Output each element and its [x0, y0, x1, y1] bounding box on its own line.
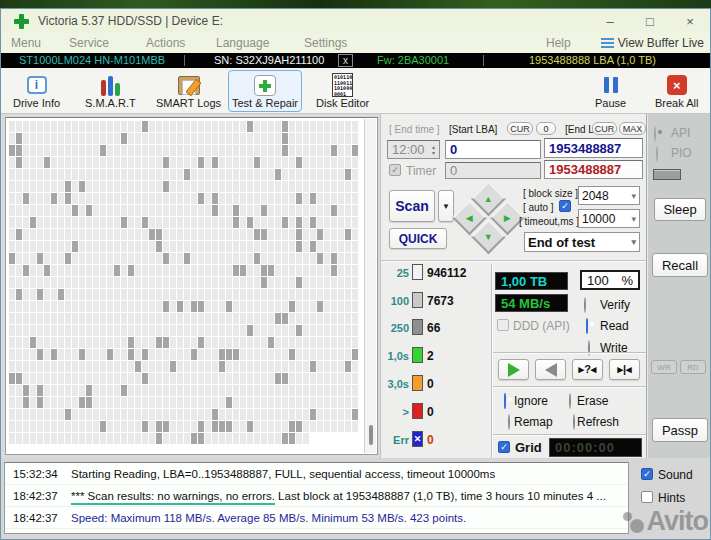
- scan-block: [44, 169, 50, 180]
- auto-checkbox[interactable]: ✓: [559, 200, 571, 212]
- menu-item-menu[interactable]: Menu: [11, 36, 41, 50]
- remap-radio[interactable]: [508, 414, 510, 430]
- scan-block: [44, 145, 50, 156]
- hints-checkbox[interactable]: [641, 491, 653, 503]
- scan-block: [135, 121, 141, 132]
- scan-block: [282, 145, 288, 156]
- scan-block: [352, 313, 358, 324]
- wr-button[interactable]: WR: [651, 360, 677, 374]
- scan-block: [72, 121, 78, 132]
- scan-block: [296, 277, 302, 288]
- scan-block: [44, 385, 50, 396]
- drive-info-button[interactable]: i Drive Info: [9, 70, 64, 112]
- smart-logs-button[interactable]: SMART Logs: [152, 70, 225, 112]
- block-size-select[interactable]: 2048▾: [578, 186, 640, 205]
- break-all-button[interactable]: × Break All: [651, 70, 702, 112]
- scan-block: [170, 409, 176, 420]
- serial-hide-button[interactable]: x: [338, 54, 353, 67]
- write-radio[interactable]: [588, 340, 590, 356]
- menu-item-actions[interactable]: Actions: [146, 36, 185, 50]
- erase-radio[interactable]: [569, 393, 571, 409]
- scan-block: [86, 397, 92, 408]
- pause-button[interactable]: Pause: [591, 70, 630, 112]
- scan-block: [205, 337, 211, 348]
- scan-block: [16, 373, 22, 384]
- scan-block: [128, 421, 134, 432]
- menu-item-service[interactable]: Service: [69, 36, 109, 50]
- scan-block: [177, 289, 183, 300]
- stat-block-250: [412, 319, 423, 335]
- end-of-test-select[interactable]: End of test▾: [524, 232, 640, 252]
- passp-button[interactable]: Passp: [652, 418, 708, 442]
- elapsed-time-lcd: 00:00:00: [549, 438, 642, 457]
- scan-block: [338, 253, 344, 264]
- end-lba-input[interactable]: 1953488887: [544, 138, 643, 158]
- timeout-select[interactable]: 10000▾: [578, 209, 640, 228]
- view-buffer-live-button[interactable]: View Buffer Live: [601, 36, 704, 50]
- scan-block: [128, 433, 134, 444]
- minimize-button[interactable]: –: [590, 9, 630, 33]
- scan-map-scrollbar[interactable]: [364, 119, 376, 453]
- scrollbar-thumb[interactable]: [369, 425, 373, 445]
- api-radio[interactable]: [654, 126, 656, 142]
- scan-block: [30, 121, 36, 132]
- grid-checkbox[interactable]: ✓: [498, 441, 510, 453]
- verify-radio[interactable]: [584, 297, 586, 313]
- end-lba-cur-button[interactable]: CUR: [592, 122, 617, 135]
- ignore-radio[interactable]: [504, 393, 506, 409]
- smart-button[interactable]: S.M.A.R.T: [81, 70, 140, 112]
- rd-button[interactable]: RD: [680, 360, 706, 374]
- scan-block: [289, 277, 295, 288]
- reverse-button[interactable]: [535, 359, 566, 380]
- pio-radio[interactable]: [656, 146, 658, 162]
- quick-button[interactable]: QUICK: [389, 228, 447, 249]
- start-test-button[interactable]: [498, 359, 529, 380]
- scan-block: [114, 313, 120, 324]
- disk-editor-button[interactable]: 010110 110011 101000 0001 Disk Editor: [312, 70, 373, 112]
- scan-block: [352, 289, 358, 300]
- sound-checkbox[interactable]: ✓: [641, 468, 653, 480]
- scan-block: [44, 205, 50, 216]
- scan-block: [191, 217, 197, 228]
- scan-block: [191, 145, 197, 156]
- test-repair-button[interactable]: Test & Repair: [228, 70, 302, 112]
- jump-end-button[interactable]: ▸|◂: [609, 359, 640, 380]
- scan-block: [212, 361, 218, 372]
- sleep-button[interactable]: Sleep: [654, 198, 706, 221]
- recall-button[interactable]: Recall: [652, 253, 708, 277]
- scan-block: [9, 145, 15, 156]
- scan-block: [184, 133, 190, 144]
- timer-value-input[interactable]: 0: [445, 162, 541, 179]
- scan-block: [254, 373, 260, 384]
- menu-item-language[interactable]: Language: [216, 36, 269, 50]
- menu-item-settings[interactable]: Settings: [304, 36, 347, 50]
- menu-item-help[interactable]: Help: [546, 36, 571, 50]
- refresh-radio[interactable]: [573, 414, 575, 430]
- scan-button[interactable]: Scan: [389, 190, 435, 222]
- smart-bars-icon: [97, 73, 123, 97]
- end-lba-max-button[interactable]: MAX: [619, 122, 646, 135]
- read-radio[interactable]: [586, 318, 588, 334]
- scan-block: [275, 217, 281, 228]
- scan-block: [23, 361, 29, 372]
- close-button[interactable]: ×: [670, 9, 710, 33]
- jump-question-button[interactable]: ▸?◂: [572, 359, 603, 380]
- start-lba-cur-button[interactable]: CUR: [507, 122, 533, 135]
- scan-block: [324, 301, 330, 312]
- end-time-spinner[interactable]: 12:00▴▾: [387, 140, 440, 159]
- start-lba-input[interactable]: 0: [445, 140, 541, 159]
- timer-checkbox[interactable]: ✓: [389, 164, 401, 176]
- start-lba-zero-button[interactable]: 0: [536, 122, 556, 135]
- scan-block: [170, 277, 176, 288]
- log-list[interactable]: 15:32:34 Starting Reading, LBA=0..195348…: [4, 462, 629, 534]
- ddd-api-checkbox[interactable]: [497, 319, 509, 331]
- scan-block: [142, 241, 148, 252]
- scan-block: [184, 301, 190, 312]
- scan-block: [44, 313, 50, 324]
- maximize-button[interactable]: □: [630, 9, 670, 33]
- scan-block: [65, 253, 71, 264]
- spinner-arrows-icon[interactable]: ▴▾: [432, 144, 435, 156]
- scan-block: [65, 193, 71, 204]
- scan-block: [261, 181, 267, 192]
- scan-block: [296, 385, 302, 396]
